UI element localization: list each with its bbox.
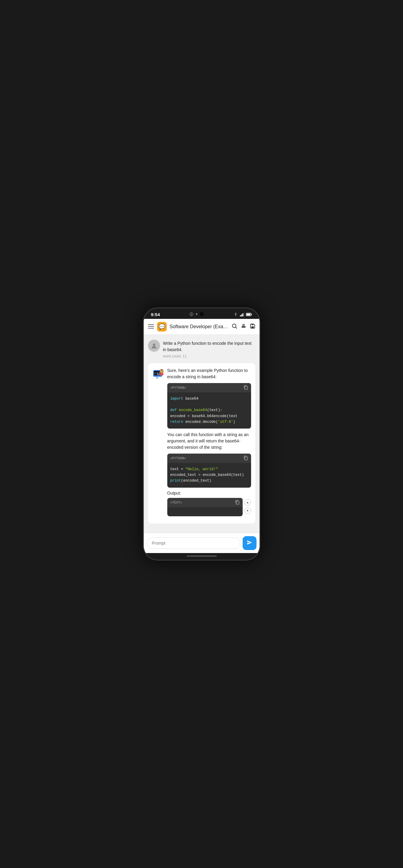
ai-message: </> Sure, here's an example Pyt	[148, 363, 255, 524]
svg-rect-7	[148, 324, 154, 325]
user-message: Write a Python function to encode the in…	[148, 340, 255, 358]
app-header: 💬 Software Developer (Exam...	[144, 319, 259, 335]
prompt-bar	[144, 533, 259, 553]
output-code-body	[167, 507, 243, 516]
svg-point-22	[159, 373, 160, 374]
svg-rect-20	[156, 378, 159, 378]
svg-point-27	[162, 370, 162, 371]
svg-rect-2	[242, 313, 243, 316]
app-screen: 💬 Software Developer (Exam...	[144, 319, 259, 553]
code-body-1: import base64 def encode_base64(text): e…	[167, 393, 251, 429]
output-lang: <TEXT>	[170, 501, 182, 504]
header-title: Software Developer (Exam...	[170, 324, 229, 330]
ai-mid-text: You can call this function with a string…	[167, 432, 251, 451]
signal-icon	[240, 313, 244, 316]
code-block-1: <PYTHON> import base64 def e	[167, 383, 251, 429]
menu-icon[interactable]	[148, 324, 154, 330]
svg-rect-8	[148, 326, 154, 327]
copy-icon-2[interactable]	[243, 456, 248, 461]
save-icon[interactable]	[250, 323, 255, 330]
send-button[interactable]	[243, 536, 256, 550]
home-bar	[187, 555, 217, 557]
svg-rect-6	[251, 314, 252, 315]
location-icon: ⌖	[196, 312, 198, 317]
battery-icon	[246, 313, 252, 316]
output-label: Output:	[167, 491, 243, 495]
output-code-block: <TEXT>	[167, 498, 243, 516]
wifi-icon	[233, 313, 238, 316]
status-right-icons	[233, 313, 252, 316]
prompt-input[interactable]	[147, 537, 240, 549]
app-icon: 💬	[157, 322, 167, 332]
svg-point-10	[232, 324, 236, 328]
svg-text:</>: </>	[153, 372, 157, 375]
svg-point-21	[157, 373, 158, 374]
info-icon: ⓘ	[190, 312, 193, 317]
code-header-1: <PYTHON>	[167, 383, 251, 393]
svg-rect-1	[241, 314, 242, 316]
copy-icon-1[interactable]	[243, 385, 248, 391]
svg-marker-32	[247, 540, 252, 545]
ai-intro-text: Sure, here's an example Python function …	[167, 367, 251, 380]
chat-area[interactable]: Write a Python function to encode the in…	[144, 335, 259, 533]
code-lang-1: <PYTHON>	[170, 386, 186, 390]
scroll-up-button[interactable]: ▲	[244, 499, 251, 506]
svg-rect-9	[148, 328, 154, 329]
search-icon[interactable]	[232, 323, 237, 330]
code-body-2: text = "Hello, world!" encoded_text = en…	[167, 463, 251, 488]
svg-rect-3	[244, 313, 244, 316]
svg-rect-28	[160, 373, 163, 375]
ai-avatar: </>	[152, 367, 164, 379]
output-section: Output: <TEXT>	[167, 491, 251, 519]
svg-rect-0	[240, 315, 241, 316]
home-indicator	[144, 553, 259, 560]
scroll-down-button[interactable]: ▼	[244, 507, 251, 514]
svg-point-16	[153, 344, 155, 346]
phone-frame: 9:54 ⓘ ⌖ ☺	[143, 307, 260, 561]
word-count: word count: 11	[163, 354, 255, 358]
send-icon	[247, 540, 253, 547]
camera-notch	[199, 312, 204, 316]
clean-icon[interactable]	[241, 323, 246, 330]
svg-rect-15	[252, 324, 253, 325]
svg-rect-29	[245, 386, 247, 390]
svg-point-26	[161, 370, 161, 371]
user-message-content: Write a Python function to encode the in…	[163, 340, 255, 358]
code-lang-2: <PYTHON>	[170, 456, 186, 460]
code-header-2: <PYTHON>	[167, 454, 251, 463]
svg-rect-30	[245, 457, 247, 460]
svg-rect-14	[251, 327, 254, 328]
output-code-header: <TEXT>	[167, 498, 243, 507]
svg-rect-5	[247, 314, 250, 315]
svg-rect-19	[157, 376, 157, 378]
header-actions	[232, 323, 255, 330]
status-time: 9:54	[151, 312, 160, 317]
svg-rect-31	[236, 501, 239, 504]
code-block-2: <PYTHON> text = "Hello, world!" encoded_…	[167, 454, 251, 488]
copy-icon-output[interactable]	[235, 500, 240, 505]
scroll-buttons: ▲ ▼	[244, 491, 251, 514]
user-message-text: Write a Python function to encode the in…	[163, 340, 255, 353]
svg-line-11	[236, 327, 237, 329]
ai-message-content: Sure, here's an example Python function …	[167, 367, 251, 519]
user-avatar	[148, 340, 160, 352]
